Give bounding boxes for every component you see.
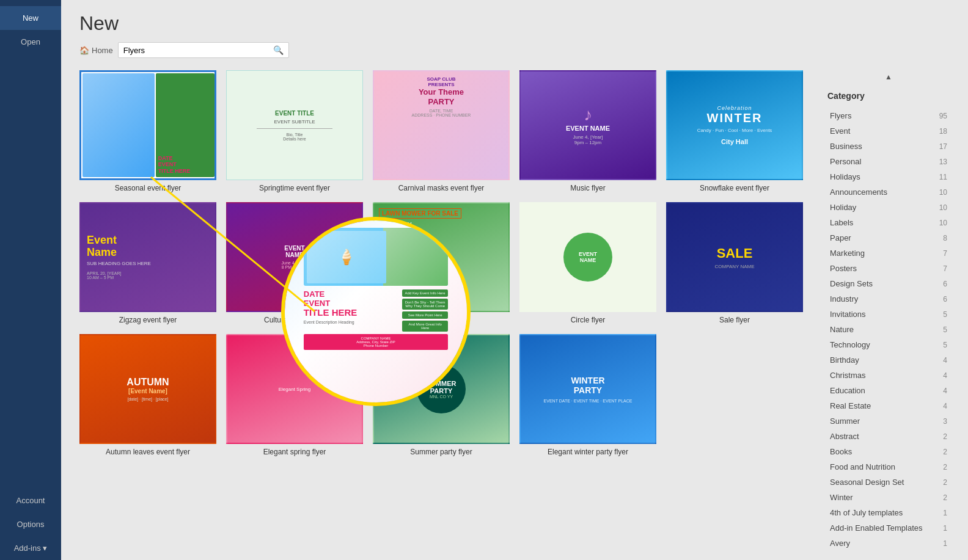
template-thumb-autumn[interactable]: AUTUMN [Event Name] [date] · [time] · [p… <box>79 334 216 444</box>
home-label: Home <box>92 46 113 55</box>
template-thumb-music[interactable]: ♪ EVENT NAME June 4, [Year]9pm – 12pm <box>519 70 656 180</box>
template-thumb-circle[interactable]: EVENTNAME <box>519 202 656 312</box>
category-item-education[interactable]: Education4 <box>827 383 950 398</box>
category-label: Announcements <box>830 187 887 197</box>
category-label: Winter <box>830 493 853 502</box>
category-item-books[interactable]: Books2 <box>827 444 950 459</box>
category-label: Education <box>830 386 865 395</box>
template-item[interactable]: AUTUMN [Event Name] [date] · [time] · [p… <box>79 334 216 456</box>
category-label: Flyers <box>830 111 851 120</box>
page-title: New <box>79 12 950 35</box>
category-item-4th-july[interactable]: 4th of July templates1 <box>827 505 950 520</box>
template-thumb-springtime[interactable]: EVENT TITLE EVENT SUBTITLE Bio, TitleDet… <box>226 70 363 180</box>
category-count: 5 <box>943 325 947 334</box>
category-item-labels[interactable]: Labels10 <box>827 215 950 230</box>
category-item-announcements[interactable]: Announcements10 <box>827 184 950 200</box>
category-count: 2 <box>943 448 947 456</box>
category-item-posters[interactable]: Posters7 <box>827 261 950 276</box>
category-item-marketing[interactable]: Marketing7 <box>827 245 950 261</box>
search-box: 🔍 <box>118 42 289 58</box>
template-item[interactable]: SOAP CLUBPRESENTS Your ThemePARTY DATE, … <box>373 70 510 192</box>
template-item[interactable]: EventName SUB HEADING GOES HERE APRIL 20… <box>79 202 216 324</box>
sidebar-item-addins[interactable]: Add-ins ▾ <box>0 536 61 560</box>
template-item[interactable]: DATEEVENTTITLE HERE Seasonal event flyer <box>79 70 216 192</box>
sidebar-item-open[interactable]: Open <box>0 30 61 54</box>
category-item-winter[interactable]: Winter2 <box>827 490 950 505</box>
search-input[interactable] <box>123 46 273 55</box>
zoom-title-text: TITLE HERE <box>304 308 398 318</box>
category-count: 10 <box>939 188 947 197</box>
template-thumb-zigzag[interactable]: EventName SUB HEADING GOES HERE APRIL 20… <box>79 202 216 312</box>
category-count: 95 <box>939 112 947 120</box>
category-item-paper[interactable]: Paper8 <box>827 230 950 245</box>
category-label: Personal <box>830 157 861 166</box>
home-icon: 🏠 <box>79 46 89 55</box>
template-thumb-sale[interactable]: SALE COMPANY NAME <box>666 202 803 312</box>
category-label: Add-in Enabled Templates <box>830 523 923 533</box>
search-button[interactable]: 🔍 <box>273 45 284 55</box>
template-thumb-snowflake[interactable]: Celebration WINTER Candy · Fun · Cool · … <box>666 70 803 180</box>
category-label: Nature <box>830 325 854 334</box>
scroll-up-arrow[interactable]: ▲ <box>885 73 892 81</box>
category-item-seasonal-design[interactable]: Seasonal Design Set2 <box>827 475 950 490</box>
category-item-nature[interactable]: Nature5 <box>827 322 950 337</box>
category-item-personal[interactable]: Personal13 <box>827 154 950 169</box>
category-item-avery[interactable]: Avery1 <box>827 536 950 551</box>
template-label: Circle flyer <box>571 316 606 324</box>
category-item-real-estate[interactable]: Real Estate4 <box>827 398 950 413</box>
category-count: 2 <box>943 463 947 471</box>
template-label: Summer party flyer <box>410 448 472 456</box>
template-item[interactable]: EVENT TITLE EVENT SUBTITLE Bio, TitleDet… <box>226 70 363 192</box>
template-item[interactable]: Celebration WINTER Candy · Fun · Cool · … <box>666 70 803 192</box>
template-label: Sale flyer <box>719 316 750 324</box>
category-count: 2 <box>943 493 947 502</box>
breadcrumb-home[interactable]: 🏠 Home <box>79 46 113 55</box>
category-count: 4 <box>943 387 947 395</box>
zoom-event-text: EVENT <box>304 299 398 308</box>
category-count: 17 <box>939 142 947 151</box>
template-thumb-seasonal[interactable]: DATEEVENTTITLE HERE <box>79 70 216 180</box>
category-item-blue-new-year[interactable]: Blue New Year's Design Set1 <box>827 551 950 554</box>
template-item[interactable]: EVENTNAME Circle flyer <box>519 202 656 324</box>
category-label: Christmas <box>830 371 866 380</box>
category-item-flyers[interactable]: Flyers95 <box>827 108 950 123</box>
category-list: Flyers95Event18Business17Personal13Holid… <box>827 108 950 554</box>
category-count: 1 <box>943 509 947 517</box>
category-count: 4 <box>943 356 947 365</box>
category-count: 3 <box>943 417 947 426</box>
template-label: Music flyer <box>570 184 605 192</box>
category-item-invitations[interactable]: Invitations5 <box>827 307 950 322</box>
category-label: Avery <box>830 539 850 548</box>
category-count: 4 <box>943 402 947 410</box>
category-item-event[interactable]: Event18 <box>827 123 950 139</box>
template-item[interactable]: SALE COMPANY NAME Sale flyer <box>666 202 803 324</box>
sidebar-item-account[interactable]: Account <box>0 489 61 512</box>
category-count: 13 <box>939 158 947 166</box>
category-label: Business <box>830 142 862 151</box>
category-item-design-sets[interactable]: Design Sets6 <box>827 276 950 291</box>
sidebar-item-options[interactable]: Options <box>0 512 61 536</box>
template-label: Carnival masks event flyer <box>398 184 485 192</box>
template-thumb-carnival[interactable]: SOAP CLUBPRESENTS Your ThemePARTY DATE, … <box>373 70 510 180</box>
category-item-christmas[interactable]: Christmas4 <box>827 368 950 383</box>
category-item-holidays[interactable]: Holidays11 <box>827 169 950 184</box>
sidebar-item-new[interactable]: New <box>0 6 61 30</box>
category-item-industry[interactable]: Industry6 <box>827 291 950 307</box>
category-item-birthday[interactable]: Birthday4 <box>827 352 950 368</box>
category-item-addin-enabled[interactable]: Add-in Enabled Templates1 <box>827 520 950 536</box>
template-item[interactable]: WINTERPARTY EVENT DATE · EVENT TIME · EV… <box>519 334 656 456</box>
category-item-holiday[interactable]: Holiday10 <box>827 200 950 215</box>
category-count: 6 <box>943 295 947 304</box>
template-label: Elegant spring flyer <box>263 448 326 456</box>
category-label: Summer <box>830 416 860 426</box>
category-count: 18 <box>939 127 947 136</box>
template-thumb-elegant-winter[interactable]: WINTERPARTY EVENT DATE · EVENT TIME · EV… <box>519 334 656 444</box>
category-item-abstract[interactable]: Abstract2 <box>827 429 950 444</box>
category-item-food-nutrition[interactable]: Food and Nutrition2 <box>827 459 950 475</box>
template-item[interactable]: ♪ EVENT NAME June 4, [Year]9pm – 12pm Mu… <box>519 70 656 192</box>
zoom-thumb-content: 🍦 DATE EVENT TITLE HERE Event Descriptio… <box>285 220 467 402</box>
category-item-summer[interactable]: Summer3 <box>827 413 950 429</box>
category-item-technology[interactable]: Technology5 <box>827 337 950 352</box>
category-item-business[interactable]: Business17 <box>827 139 950 154</box>
category-count: 2 <box>943 478 947 487</box>
